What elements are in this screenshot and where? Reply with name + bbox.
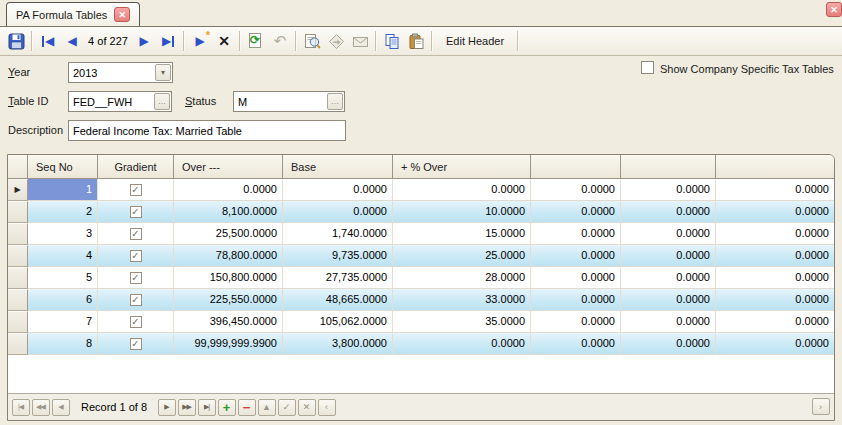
cell-c8[interactable]: 0.0000 <box>716 267 834 289</box>
previous-record-button[interactable]: ◀ <box>60 29 84 53</box>
table-id-field[interactable]: … <box>68 91 172 112</box>
column-header-8[interactable] <box>716 155 834 178</box>
cell-c8[interactable]: 0.0000 <box>716 223 834 245</box>
undo-button[interactable]: ↶ <box>268 29 292 53</box>
checkbox-checked-icon[interactable]: ✓ <box>130 206 142 218</box>
cell-seq[interactable]: 6 <box>28 289 98 311</box>
cell-base[interactable]: 27,735.0000 <box>283 267 393 289</box>
cell-base[interactable]: 0.0000 <box>283 201 393 223</box>
column-header-pct-over[interactable]: + % Over <box>393 155 531 178</box>
cell-c8[interactable]: 0.0000 <box>716 333 834 355</box>
cell-over[interactable]: 150,800.0000 <box>174 267 283 289</box>
cell-pct[interactable]: 15.0000 <box>393 223 531 245</box>
table-row[interactable]: 8 ✓ 99,999,999.9900 3,800.0000 0.0000 0.… <box>8 333 834 355</box>
tab-pa-formula-tables[interactable]: PA Formula Tables ✕ <box>6 2 140 26</box>
cancel-edit-button[interactable]: ✕ <box>298 399 316 416</box>
row-selector-button[interactable] <box>8 201 28 223</box>
print-preview-button[interactable] <box>300 29 324 53</box>
cell-c6[interactable]: 0.0000 <box>531 333 621 355</box>
checkbox-checked-icon[interactable]: ✓ <box>130 316 142 328</box>
cell-base[interactable]: 48,665.0000 <box>283 289 393 311</box>
cell-gradient[interactable]: ✓ <box>98 201 174 223</box>
checkbox-checked-icon[interactable]: ✓ <box>130 294 142 306</box>
row-selector-button[interactable]: ▶ <box>8 179 28 201</box>
cell-c7[interactable]: 0.0000 <box>621 289 716 311</box>
year-dropdown-button[interactable]: ▾ <box>155 64 171 81</box>
table-id-input[interactable] <box>69 93 153 110</box>
cell-base[interactable]: 0.0000 <box>283 179 393 201</box>
cell-pct[interactable]: 0.0000 <box>393 179 531 201</box>
cell-base[interactable]: 1,740.0000 <box>283 223 393 245</box>
column-header-over[interactable]: Over --- <box>174 155 283 178</box>
year-input[interactable] <box>69 64 154 81</box>
cell-c7[interactable]: 0.0000 <box>621 223 716 245</box>
cell-seq[interactable]: 5 <box>28 267 98 289</box>
scroll-right-button[interactable]: › <box>812 398 830 415</box>
cell-c6[interactable]: 0.0000 <box>531 311 621 333</box>
column-header-gradient[interactable]: Gradient <box>98 155 174 178</box>
cell-pct[interactable]: 10.0000 <box>393 201 531 223</box>
cell-c8[interactable]: 0.0000 <box>716 289 834 311</box>
edit-record-button[interactable]: ▲ <box>258 399 276 416</box>
cell-gradient[interactable]: ✓ <box>98 289 174 311</box>
nav-last-button[interactable]: ▶| <box>198 399 216 416</box>
cell-over[interactable]: 78,800.0000 <box>174 245 283 267</box>
cell-gradient[interactable]: ✓ <box>98 245 174 267</box>
cell-c6[interactable]: 0.0000 <box>531 245 621 267</box>
table-row[interactable]: 3 ✓ 25,500.0000 1,740.0000 15.0000 0.000… <box>8 223 834 245</box>
row-selector-button[interactable] <box>8 333 28 355</box>
cell-c8[interactable]: 0.0000 <box>716 179 834 201</box>
row-selector-button[interactable] <box>8 267 28 289</box>
cell-seq[interactable]: 7 <box>28 311 98 333</box>
cell-c7[interactable]: 0.0000 <box>621 245 716 267</box>
cell-gradient[interactable]: ✓ <box>98 333 174 355</box>
cell-pct[interactable]: 28.0000 <box>393 267 531 289</box>
cell-pct[interactable]: 0.0000 <box>393 333 531 355</box>
checkbox-checked-icon[interactable]: ✓ <box>130 272 142 284</box>
cell-pct[interactable]: 25.0000 <box>393 245 531 267</box>
table-row[interactable]: 6 ✓ 225,550.0000 48,665.0000 33.0000 0.0… <box>8 289 834 311</box>
window-close-button[interactable]: ✕ <box>826 2 842 17</box>
nav-rewind-button[interactable]: ◀◀ <box>32 399 50 416</box>
first-record-button[interactable]: ◀ <box>36 29 60 53</box>
cell-c8[interactable]: 0.0000 <box>716 201 834 223</box>
delete-record-button[interactable]: ✕ <box>212 29 236 53</box>
cell-c7[interactable]: 0.0000 <box>621 267 716 289</box>
cell-over[interactable]: 99,999,999.9900 <box>174 333 283 355</box>
save-button[interactable] <box>4 29 28 53</box>
nav-prev-button[interactable]: ◀ <box>52 399 70 416</box>
add-record-button[interactable]: + <box>218 399 236 416</box>
last-record-button[interactable]: ▶ <box>156 29 180 53</box>
description-input[interactable] <box>69 122 345 139</box>
status-field[interactable]: … <box>233 91 345 112</box>
cell-over[interactable]: 25,500.0000 <box>174 223 283 245</box>
cell-c6[interactable]: 0.0000 <box>531 179 621 201</box>
cell-c8[interactable]: 0.0000 <box>716 245 834 267</box>
nav-next-button[interactable]: ▶ <box>158 399 176 416</box>
year-combobox[interactable]: ▾ <box>68 62 173 83</box>
checkbox-checked-icon[interactable]: ✓ <box>130 184 142 196</box>
cell-seq[interactable]: 1 <box>28 179 98 201</box>
company-tax-checkbox[interactable] <box>641 61 654 74</box>
cell-seq[interactable]: 2 <box>28 201 98 223</box>
cell-pct[interactable]: 33.0000 <box>393 289 531 311</box>
checkbox-checked-icon[interactable]: ✓ <box>130 228 142 240</box>
cell-over[interactable]: 225,550.0000 <box>174 289 283 311</box>
nav-forward-button[interactable]: ▶▶ <box>178 399 196 416</box>
cell-gradient[interactable]: ✓ <box>98 311 174 333</box>
row-selector-button[interactable] <box>8 311 28 333</box>
cell-c6[interactable]: 0.0000 <box>531 267 621 289</box>
cell-base[interactable]: 9,735.0000 <box>283 245 393 267</box>
cell-over[interactable]: 0.0000 <box>174 179 283 201</box>
status-lookup-button[interactable]: … <box>327 93 343 110</box>
column-header-base[interactable]: Base <box>283 155 393 178</box>
delete-record-button[interactable]: − <box>238 399 256 416</box>
cell-seq[interactable]: 3 <box>28 223 98 245</box>
cell-gradient[interactable]: ✓ <box>98 267 174 289</box>
table-row[interactable]: 2 ✓ 8,100.0000 0.0000 10.0000 0.0000 0.0… <box>8 201 834 223</box>
table-id-lookup-button[interactable]: … <box>154 93 170 110</box>
edit-header-button[interactable]: Edit Header <box>436 30 514 52</box>
scroll-left-button[interactable]: ‹ <box>318 399 336 416</box>
new-record-button[interactable]: ▶ * <box>188 29 212 53</box>
cell-seq[interactable]: 8 <box>28 333 98 355</box>
